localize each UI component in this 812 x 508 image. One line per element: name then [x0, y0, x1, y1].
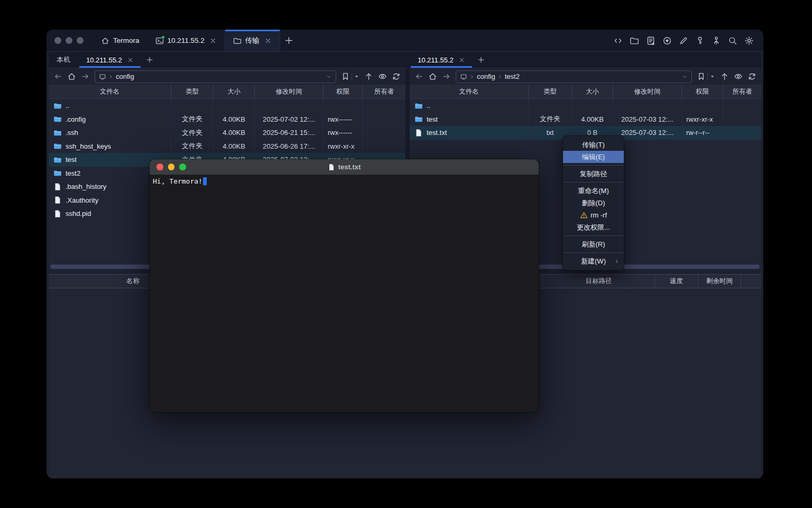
menu-item-1[interactable]: 编辑(E)	[563, 151, 624, 163]
r-panel-tab-0[interactable]: 10.211.55.2	[410, 52, 473, 68]
show-hidden-files-button[interactable]	[734, 72, 743, 81]
file-row--[interactable]: ..	[49, 99, 405, 113]
menu-item-label: 编辑(E)	[582, 152, 605, 162]
file-name: test	[427, 115, 438, 123]
key-icon[interactable]	[695, 36, 705, 46]
file-row--config[interactable]: .config 文件夹 4.00KB 2025-07-02 12:... rwx…	[49, 113, 405, 126]
menu-item-10[interactable]: 刷新(R)	[563, 238, 624, 250]
file-perm-cell: rwxr-xr-x	[324, 140, 363, 153]
search-icon[interactable]	[728, 36, 737, 46]
column-header-5[interactable]: 所有者	[723, 85, 761, 98]
column-header-5[interactable]: 所有者	[363, 85, 405, 98]
file-mtime-cell: 2025-06-21 15:...	[255, 126, 324, 140]
new-tab-button[interactable]	[280, 30, 298, 51]
menu-item-label: 刷新(R)	[582, 240, 605, 249]
close-icon[interactable]	[458, 57, 465, 64]
bookmark-dropdown-button[interactable]	[354, 74, 359, 79]
editor-titlebar[interactable]: test.txt	[150, 159, 539, 175]
editor-close-button[interactable]	[156, 164, 163, 170]
close-icon[interactable]	[127, 57, 134, 64]
column-header-0[interactable]: 文件名	[410, 85, 529, 98]
l-panel-tab-1[interactable]: 10.211.55.2	[78, 52, 142, 68]
file-row--[interactable]: ..	[410, 99, 761, 113]
bookmark-dropdown-button[interactable]	[709, 74, 715, 79]
refresh-button[interactable]	[748, 72, 756, 81]
menu-item-0[interactable]: 传输(T)	[563, 139, 624, 151]
menu-item-12[interactable]: 新建(W)	[563, 255, 624, 267]
file-owner-cell	[363, 99, 405, 113]
panel-tab-label: 本机	[57, 55, 70, 65]
main-tab-bar: Termora 10.211.55.2 传输	[93, 30, 280, 51]
menu-item-7[interactable]: rm -rf	[563, 209, 624, 221]
column-header-1[interactable]: 类型	[529, 85, 572, 98]
column-header-1[interactable]: 类型	[171, 85, 214, 98]
bookmark-button[interactable]	[697, 72, 706, 81]
transfer-col-remaining[interactable]: 剩余时间	[698, 275, 741, 288]
file-perm-cell: rwx------	[324, 126, 363, 140]
menu-item-5[interactable]: 重命名(M)	[563, 185, 624, 197]
show-hidden-files-button[interactable]	[378, 72, 387, 81]
column-header-4[interactable]: 权限	[324, 85, 363, 98]
home-button[interactable]	[428, 72, 437, 81]
home-button[interactable]	[67, 72, 76, 81]
file-mtime-cell	[613, 99, 682, 113]
menu-item-8[interactable]: 更改权限...	[563, 221, 624, 233]
back-button[interactable]	[414, 72, 423, 81]
parent-directory-button[interactable]	[720, 72, 729, 81]
chevron-down-icon[interactable]	[326, 74, 332, 80]
menu-item-label: 重命名(M)	[578, 186, 609, 196]
main-tab-1[interactable]: 10.211.55.2	[147, 30, 225, 51]
menu-item-3[interactable]: 复制路径	[563, 168, 624, 180]
path-input[interactable]: config test2	[456, 70, 692, 83]
bookmark-button[interactable]	[341, 72, 350, 81]
main-tab-label: Termora	[113, 37, 140, 44]
file-row--ssh[interactable]: .ssh 文件夹 4.00KB 2025-06-21 15:... rwx---…	[49, 126, 405, 140]
minimize-window-button[interactable]	[66, 37, 72, 44]
file-name-cell: ssh_host_keys	[49, 140, 171, 153]
column-header-3[interactable]: 修改时间	[613, 85, 682, 98]
keychain-icon[interactable]	[712, 36, 721, 46]
chevron-right-icon	[469, 74, 475, 80]
column-header-3[interactable]: 修改时间	[255, 85, 324, 98]
file-perm-cell: rw-r--r--	[682, 126, 723, 140]
column-header-4[interactable]: 权限	[682, 85, 723, 98]
editor-maximize-button[interactable]	[179, 164, 186, 170]
close-icon[interactable]	[209, 37, 217, 44]
editor-content-area[interactable]: Hi, Termora!	[150, 175, 539, 412]
folder-icon[interactable]	[630, 36, 639, 46]
close-window-button[interactable]	[54, 37, 61, 44]
path-input[interactable]: config	[95, 70, 336, 83]
new-connection-tab-button[interactable]	[142, 52, 158, 68]
path-segment[interactable]: config	[477, 72, 495, 80]
path-segment[interactable]: config	[116, 72, 134, 80]
parent-directory-button[interactable]	[364, 72, 373, 81]
log-icon[interactable]	[646, 36, 656, 46]
settings-icon[interactable]	[744, 36, 754, 46]
code-icon[interactable]	[613, 36, 623, 46]
file-row-test[interactable]: test 文件夹 4.00KB 2025-07-03 12:... rwxr-x…	[410, 113, 761, 126]
plus-icon	[146, 56, 153, 64]
main-tab-2[interactable]: 传输	[225, 30, 280, 51]
editor-minimize-button[interactable]	[168, 164, 175, 170]
path-segment[interactable]: test2	[505, 72, 520, 80]
folder-file-icon	[414, 115, 423, 123]
column-header-2[interactable]: 大小	[572, 85, 613, 98]
close-icon[interactable]	[264, 37, 272, 44]
chevron-down-icon[interactable]	[681, 74, 688, 80]
main-tab-0[interactable]: Termora	[93, 30, 147, 51]
menu-item-6[interactable]: 删除(D)	[563, 197, 624, 209]
pencil-icon[interactable]	[679, 36, 688, 46]
column-header-2[interactable]: 大小	[214, 85, 255, 98]
new-connection-tab-button[interactable]	[473, 52, 489, 68]
maximize-window-button[interactable]	[77, 37, 84, 44]
forward-button[interactable]	[81, 72, 90, 81]
transfer-col-destination[interactable]: 目标路径	[542, 275, 655, 288]
forward-button[interactable]	[442, 72, 451, 81]
l-panel-tab-0[interactable]: 本机	[49, 52, 78, 68]
transfer-col-speed[interactable]: 速度	[655, 275, 698, 288]
back-button[interactable]	[53, 72, 62, 81]
refresh-button[interactable]	[392, 72, 401, 81]
record-icon[interactable]	[662, 36, 672, 46]
column-header-0[interactable]: 文件名	[49, 85, 171, 98]
file-row-ssh-host-keys[interactable]: ssh_host_keys 文件夹 4.00KB 2025-06-26 17:.…	[49, 140, 405, 153]
